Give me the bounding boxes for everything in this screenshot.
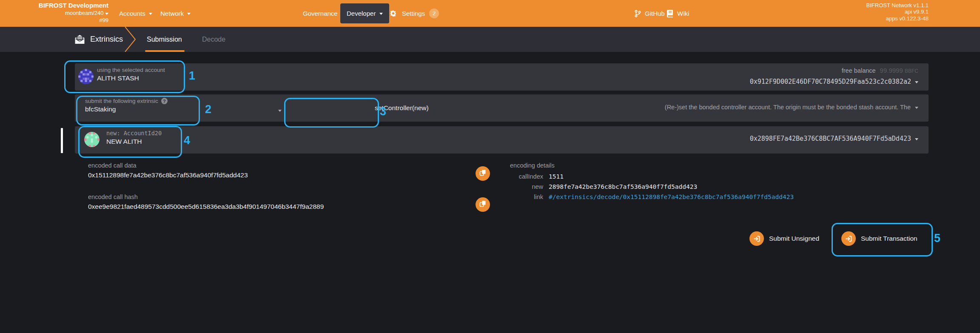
chevron-down-icon bbox=[105, 13, 108, 15]
chain-info[interactable]: BIFROST Development moonbeam/240 #99 bbox=[0, 2, 108, 23]
extrinsic-select-row: submit the following extrinsic ? bfcStak… bbox=[75, 94, 929, 122]
version-info: BIFROST Network v1.1.1 api v9.9.1 apps v… bbox=[866, 2, 929, 22]
settings-label: Settings bbox=[402, 10, 425, 17]
link-label: link bbox=[472, 194, 549, 200]
nav-network[interactable]: Network bbox=[160, 0, 191, 27]
nav-settings[interactable]: Settings 2 bbox=[389, 0, 439, 27]
account-select-label: using the selected account bbox=[97, 67, 165, 73]
encoding-details-title: encoding details bbox=[510, 162, 555, 169]
network-version: BIFROST Network v1.1.1 bbox=[866, 2, 929, 9]
code-branch-icon bbox=[635, 10, 641, 17]
decode-link[interactable]: #/extrinsics/decode/0x15112898fe7a42be37… bbox=[549, 194, 794, 200]
new-label: new bbox=[472, 183, 549, 190]
param-indent-bar bbox=[61, 128, 63, 153]
api-version: api v9.9.1 bbox=[866, 9, 929, 15]
encoded-call-data-value: 0x15112898fe7a42be376c8bc7af536a940f7fd5… bbox=[88, 171, 248, 179]
chevron-down-icon bbox=[149, 13, 152, 15]
detail-row-link: link #/extrinsics/decode/0x15112898fe7a4… bbox=[472, 194, 794, 200]
envelope-open-text-icon bbox=[75, 35, 85, 44]
submit-unsigned-button[interactable]: Submit Unsigned bbox=[749, 231, 819, 246]
page-title: Extrinsics bbox=[75, 27, 123, 52]
chevron-down-icon[interactable] bbox=[278, 110, 282, 112]
chain-name: BIFROST Development bbox=[0, 2, 108, 9]
nav-governance[interactable]: Governance bbox=[303, 0, 345, 27]
page: BIFROST Development moonbeam/240 #99 Acc… bbox=[0, 0, 980, 333]
sign-in-icon bbox=[749, 231, 764, 246]
chevron-down-icon[interactable] bbox=[915, 138, 918, 140]
free-balance-unit: BBFC bbox=[905, 68, 918, 74]
copy-icon bbox=[479, 200, 486, 209]
annotation-number-1: 1 bbox=[189, 69, 195, 83]
method-description: (Re-)set the bonded controller account. … bbox=[665, 104, 911, 111]
detail-row-callindex: callIndex 1511 bbox=[472, 173, 564, 180]
tab-submission[interactable]: Submission bbox=[147, 27, 182, 52]
callindex-value: 1511 bbox=[549, 173, 564, 180]
help-icon[interactable]: ? bbox=[161, 98, 168, 104]
top-menubar: BIFROST Development moonbeam/240 #99 Acc… bbox=[0, 0, 980, 27]
free-balance-label: free balance bbox=[842, 67, 876, 74]
method-select[interactable]: setController(new) (Re-)set the bonded c… bbox=[300, 94, 929, 122]
sign-in-icon bbox=[841, 231, 856, 246]
annotation-number-3: 3 bbox=[380, 105, 386, 118]
tab-divider bbox=[124, 27, 137, 52]
chevron-down-icon bbox=[915, 107, 918, 109]
submit-transaction-button[interactable]: Submit Transaction bbox=[841, 231, 917, 246]
section-value: bfcStaking bbox=[85, 105, 168, 113]
nav-accounts[interactable]: Accounts bbox=[119, 0, 152, 27]
new-value: 2898fe7a42be376c8bc7af536a940f7fd5add423 bbox=[549, 183, 697, 190]
controller-address: 0x2898FE7a42Be376C8BC7AF536A940F7Fd5aDd4… bbox=[750, 135, 911, 142]
chain-spec: moonbeam/240 bbox=[65, 10, 103, 16]
free-balance-value: 99.9999 bbox=[880, 67, 903, 74]
block-number: #99 bbox=[0, 17, 108, 23]
extrinsic-label: submit the following extrinsic bbox=[85, 98, 158, 104]
stash-address: 0x912F9D002E46DF70C78495D29Faa523c2c0382… bbox=[750, 78, 911, 85]
identicon-alith-stash[interactable] bbox=[78, 69, 94, 84]
encoded-call-hash-label: encoded call hash bbox=[88, 194, 138, 200]
param-label: new: AccountId20 bbox=[106, 130, 162, 137]
annotation-number-4: 4 bbox=[184, 134, 190, 147]
param-account-name: NEW ALITH bbox=[106, 138, 162, 145]
callindex-label: callIndex bbox=[472, 173, 549, 180]
chevron-down-icon bbox=[187, 13, 191, 15]
param-account-row[interactable]: new: AccountId20 NEW ALITH 0x2898FE7a42B… bbox=[75, 126, 929, 154]
gear-icon bbox=[389, 9, 398, 18]
encoded-call-data-label: encoded call data bbox=[88, 162, 137, 169]
identicon-new-alith[interactable] bbox=[84, 132, 100, 147]
github-link[interactable]: GitHub bbox=[635, 0, 665, 27]
section-select[interactable]: submit the following extrinsic ? bfcStak… bbox=[85, 98, 168, 113]
tab-decode[interactable]: Decode bbox=[202, 27, 225, 52]
nav-developer[interactable]: Developer bbox=[340, 3, 389, 23]
wiki-link[interactable]: Wiki bbox=[667, 0, 689, 27]
annotation-number-5: 5 bbox=[934, 232, 940, 245]
encoded-call-hash-value: 0xee9e9821faed489573cdd500ee5d615836ea3d… bbox=[88, 203, 324, 211]
chevron-down-icon bbox=[379, 13, 383, 15]
book-icon bbox=[667, 10, 673, 17]
detail-row-new: new 2898fe7a42be376c8bc7af536a940f7fd5ad… bbox=[472, 183, 697, 190]
account-select-value: ALITH STASH bbox=[97, 74, 165, 82]
chevron-down-icon[interactable] bbox=[915, 81, 918, 83]
active-tab-underline bbox=[145, 50, 185, 52]
apps-version: apps v0.122.3-48 bbox=[866, 15, 929, 22]
annotation-number-2: 2 bbox=[205, 103, 211, 116]
tab-bar: Extrinsics Submission Decode bbox=[0, 27, 980, 52]
settings-badge: 2 bbox=[429, 9, 439, 18]
account-select-row[interactable]: using the selected account ALITH STASH f… bbox=[75, 63, 929, 91]
